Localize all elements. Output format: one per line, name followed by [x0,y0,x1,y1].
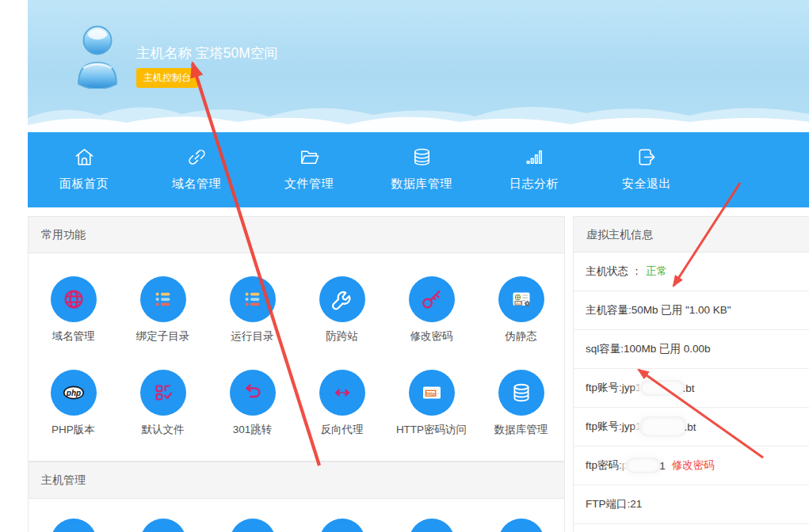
database-icon [509,380,534,405]
feature-label: 绑定子目录 [118,329,208,344]
banner: 主机名称 宝塔50M空间 主机控制台 [28,0,809,132]
feature-label: 伪静态 [476,329,566,344]
database-icon [410,145,434,169]
link-icon [185,145,209,169]
clouds-decoration [28,94,809,132]
feature-change-password[interactable]: 修改密码 [387,276,476,370]
ftp-account-prefix: ftp账号:jyp1 [586,420,642,434]
ftp-account-suffix: .bt [685,421,696,433]
host-status-label: 主机状态 ： [586,264,642,279]
feature-default-file[interactable]: 默认文件 [118,370,208,463]
ftp-account-row-1: ftp账号:jyp1.bt [574,369,809,408]
virtual-host-info-title: 虚拟主机信息 [574,217,809,253]
common-functions-card: 常用功能 域名管理 绑 [28,216,565,462]
feature-label: 域名管理 [29,329,118,344]
http-window-icon: http [419,380,445,405]
feature-label: 修改密码 [387,329,476,344]
webpage-settings-icon [509,287,534,312]
manage-feature-5[interactable] [387,519,476,532]
feature-reverse-proxy[interactable]: 反向代理 [297,370,387,463]
sql-capacity-row: sql容量:100Mb 已用 0.00b [574,330,809,369]
feature-label: 301跳转 [208,423,297,437]
host-name-title: 主机名称 宝塔50M空间 [136,44,278,63]
main-nav: 面板首页 域名管理 文件管理 数据库管理 日志分析 [28,132,809,207]
php-logo-text: php [65,389,80,397]
user-avatar [72,22,123,89]
manage-feature-4[interactable] [297,519,387,532]
redacted-blur [640,380,685,396]
feature-domain-manage[interactable]: 域名管理 [29,276,118,370]
nav-item-label: 日志分析 [509,177,559,192]
ftp-account-prefix: ftp账号:jyp1 [586,381,642,395]
php-icon: php [61,380,86,405]
grid-check-icon [151,380,176,405]
nav-item-panel-home[interactable]: 面板首页 [28,132,140,207]
feature-label: HTTP密码访问 [387,423,476,437]
sql-capacity-text: sql容量:100Mb 已用 0.00b [586,342,711,356]
redacted-blur [640,416,686,437]
list-icon [240,287,265,312]
return-arrow-icon [240,380,265,405]
host-manage-grid [29,499,564,532]
common-functions-title: 常用功能 [29,217,564,253]
console-badge[interactable]: 主机控制台 [136,68,198,88]
home-icon [72,145,97,169]
manage-feature-3[interactable] [208,519,297,532]
redacted-blur [626,458,661,473]
ftp-password-prefix: ftp密码:p [586,458,628,473]
key-icon [419,287,445,312]
nav-item-domain-manage[interactable]: 域名管理 [140,132,253,207]
nav-item-label: 数据库管理 [391,177,452,192]
feature-label: 反向代理 [297,423,387,437]
host-status-value: 正常 [646,264,667,279]
feature-label: PHP版本 [29,423,118,437]
ftp-password-row: ftp密码:p1 修改密码 [574,446,809,485]
ftp-account-row-2: ftp账号:jyp1.bt [574,408,809,446]
nav-item-label: 安全退出 [622,177,671,192]
nav-item-file-manage[interactable]: 文件管理 [253,132,365,207]
nav-item-db-manage[interactable]: 数据库管理 [365,132,478,207]
nav-item-label: 面板首页 [59,177,109,192]
two-way-arrow-icon [330,380,355,405]
feature-label: 运行目录 [208,329,297,344]
ftp-port-row: FTP端口:21 [574,485,809,524]
ftp-port-text: FTP端口:21 [586,497,642,511]
host-control-panel-page: 主机名称 宝塔50M空间 主机控制台 面板首页 域名管理 文件管理 [0,0,809,532]
feature-label: 数据库管理 [476,423,566,437]
host-capacity-row: 主机容量:50Mb 已用 "1.00 KB" [574,291,809,330]
http-logo-text: http [426,391,435,396]
feature-label: 默认文件 [118,423,208,437]
wrench-icon [330,287,355,312]
host-status-row: 主机状态 ： 正常 [574,253,809,291]
nav-item-log-analysis[interactable]: 日志分析 [478,132,590,207]
globe-icon [61,287,86,312]
logout-icon [635,145,659,169]
feature-http-password[interactable]: http HTTP密码访问 [387,370,476,463]
feature-run-dir[interactable]: 运行目录 [208,276,297,370]
bar-chart-icon [522,145,547,169]
nav-item-label: 域名管理 [172,177,221,192]
nav-item-label: 文件管理 [284,177,334,192]
feature-anti-xss[interactable]: 防跨站 [297,276,387,370]
host-manage-title: 主机管理 [29,462,564,499]
virtual-host-info-card: 虚拟主机信息 主机状态 ： 正常 主机容量:50Mb 已用 "1.00 KB" … [573,216,809,532]
host-capacity-text: 主机容量:50Mb 已用 "1.00 KB" [586,303,731,317]
manage-feature-6[interactable] [476,519,566,532]
nav-item-logout[interactable]: 安全退出 [590,132,703,207]
feature-db-manage[interactable]: 数据库管理 [476,370,566,463]
change-password-link[interactable]: 修改密码 [672,458,715,473]
feature-php-version[interactable]: php PHP版本 [29,370,118,463]
feature-pseudo-static[interactable]: 伪静态 [476,276,566,370]
feature-grid: 域名管理 绑定子目录 [29,253,564,463]
host-manage-card: 主机管理 [28,462,565,532]
ftp-account-suffix: .bt [683,382,695,394]
ftp-password-suffix: 1 [659,460,666,472]
list-icon [151,287,176,312]
manage-feature-1[interactable] [29,519,118,532]
manage-feature-2[interactable] [118,519,208,532]
feature-label: 防跨站 [297,329,387,344]
feature-301-redirect[interactable]: 301跳转 [208,370,297,463]
feature-bind-subdir[interactable]: 绑定子目录 [118,276,208,370]
folder-icon [297,145,322,169]
